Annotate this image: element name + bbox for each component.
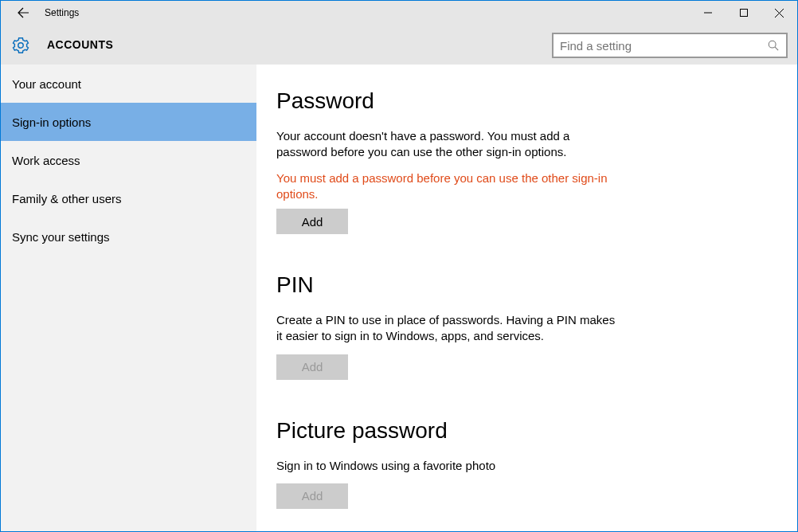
header-bar: Settings ACCOUNTS <box>1 1 797 65</box>
sidebar: Your account Sign-in options Work access… <box>1 65 256 531</box>
minimize-icon <box>704 9 712 17</box>
sidebar-item-your-account[interactable]: Your account <box>1 65 256 103</box>
pin-add-button: Add <box>276 354 348 380</box>
svg-point-4 <box>769 41 776 48</box>
window-controls <box>690 1 797 25</box>
sidebar-item-family-other-users[interactable]: Family & other users <box>1 179 256 217</box>
back-button[interactable] <box>10 1 37 25</box>
search-input[interactable] <box>554 39 761 53</box>
close-button[interactable] <box>761 1 797 25</box>
maximize-icon <box>740 9 748 17</box>
password-add-button[interactable]: Add <box>276 209 348 234</box>
svg-line-5 <box>775 47 778 50</box>
arrow-left-icon <box>17 6 29 19</box>
sidebar-item-label: Sign-in options <box>12 115 91 129</box>
sidebar-item-label: Your account <box>12 77 81 91</box>
password-error-text: You must add a password before you can u… <box>276 170 619 203</box>
search-icon <box>761 40 786 51</box>
title-row: Settings <box>1 1 797 25</box>
sidebar-item-label: Work access <box>12 154 80 167</box>
sidebar-item-work-access[interactable]: Work access <box>1 141 256 179</box>
minimize-button[interactable] <box>690 1 726 25</box>
sidebar-item-sync-your-settings[interactable]: Sync your settings <box>1 217 256 256</box>
password-text: Your account doesn't have a password. Yo… <box>276 128 619 161</box>
maximize-button[interactable] <box>726 1 761 25</box>
category-title: ACCOUNTS <box>47 38 113 51</box>
search-box[interactable] <box>552 33 788 58</box>
sidebar-item-sign-in-options[interactable]: Sign-in options <box>1 103 256 141</box>
password-heading: Password <box>276 88 777 114</box>
close-icon <box>775 9 784 18</box>
sidebar-item-label: Sync your settings <box>12 230 110 244</box>
gear-icon <box>12 37 29 54</box>
body-area: Your account Sign-in options Work access… <box>1 65 797 531</box>
sidebar-item-label: Family & other users <box>12 192 122 205</box>
content-area: Password Your account doesn't have a pas… <box>256 65 797 531</box>
pin-text: Create a PIN to use in place of password… <box>276 312 619 345</box>
window-title: Settings <box>45 7 79 18</box>
pin-heading: PIN <box>276 272 777 298</box>
picture-add-button: Add <box>276 483 348 509</box>
picture-heading: Picture password <box>276 418 777 444</box>
svg-rect-1 <box>740 10 747 17</box>
picture-text: Sign in to Windows using a favorite phot… <box>276 458 619 474</box>
